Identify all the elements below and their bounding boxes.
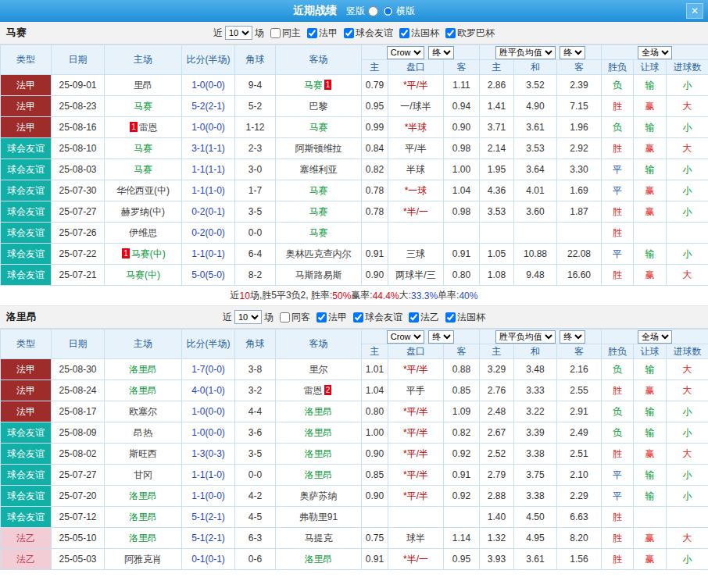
- filter-option[interactable]: 法国杯: [395, 27, 439, 40]
- filter-checkbox[interactable]: [316, 312, 327, 323]
- away-team-name: 奥林匹克查内尔: [286, 248, 352, 259]
- away-team-name: 马赛: [309, 185, 328, 196]
- score-cell[interactable]: 0-1(0-1): [182, 549, 235, 570]
- date-cell: 25-08-17: [52, 401, 105, 422]
- scope-select[interactable]: 全场: [638, 330, 672, 344]
- odds-final-select[interactable]: 终: [428, 330, 454, 344]
- score-cell[interactable]: 1-1(1-0): [182, 465, 235, 486]
- score-cell[interactable]: 1-3(0-3): [182, 444, 235, 465]
- filter-option[interactable]: 同客: [276, 311, 310, 324]
- filter-option-label: 同主: [282, 27, 301, 40]
- bookmaker-select[interactable]: Crow: [387, 46, 424, 59]
- avg-home-cell: 2.52: [480, 444, 514, 465]
- red-card-badge: 1: [324, 80, 332, 90]
- away-odds-cell: 0.82: [444, 422, 480, 444]
- filter-option[interactable]: 法甲: [303, 27, 338, 40]
- filter-checkbox[interactable]: [399, 28, 409, 38]
- filter-checkbox[interactable]: [353, 312, 363, 323]
- avg-draw-cell: 4.01: [514, 180, 557, 201]
- table-row: 法甲25-08-161雷恩1-0(0-0)1-12马赛0.99*半球0.903.…: [1, 117, 708, 138]
- score-cell[interactable]: 1-0(0-0): [182, 422, 235, 444]
- avg-select[interactable]: 胜平负均值: [495, 46, 556, 59]
- avg-draw-cell: 3.39: [514, 422, 557, 444]
- result-cell: 胜: [602, 380, 634, 401]
- filter-checkbox[interactable]: [409, 312, 419, 323]
- filter-checkbox[interactable]: [270, 28, 281, 38]
- date-cell: 25-07-27: [52, 465, 105, 486]
- avg-draw-cell: 3.22: [514, 401, 557, 422]
- league-type-cell: 球会友谊: [1, 244, 52, 265]
- score-cell[interactable]: 0-2(0-0): [182, 223, 235, 244]
- close-button[interactable]: ✕: [686, 3, 703, 19]
- avg-draw-cell: 3.64: [514, 159, 557, 180]
- horizontal-layout-radio[interactable]: [383, 6, 393, 16]
- avg-select[interactable]: 胜平负均值: [495, 330, 556, 344]
- odds-group-header: Crow 终: [362, 330, 480, 344]
- bookmaker-select[interactable]: Crow: [387, 330, 424, 344]
- filter-checkbox[interactable]: [344, 28, 354, 38]
- date-cell: 25-08-02: [52, 444, 105, 465]
- subcol-home-odds: 主: [362, 344, 388, 359]
- filter-option[interactable]: 球会友谊: [349, 311, 402, 324]
- score-cell[interactable]: 3-1(1-1): [182, 138, 235, 159]
- score-cell[interactable]: 5-1(2-1): [182, 507, 235, 528]
- filter-option[interactable]: 欧罗巴杯: [442, 27, 495, 40]
- handicap-cell: *平/半: [388, 465, 444, 486]
- score-cell[interactable]: 1-0(0-0): [182, 75, 235, 96]
- league-type-cell: 球会友谊: [1, 265, 52, 286]
- avg-draw-cell: 3.38: [514, 486, 557, 507]
- table-row: 球会友谊25-07-21马赛(中)5-0(5-0)8-2马斯路易斯0.90两球半…: [1, 265, 708, 286]
- score-cell[interactable]: 1-7(0-0): [182, 359, 235, 380]
- league-type-cell: 法甲: [1, 75, 52, 96]
- avg-home-cell: 1.40: [480, 507, 514, 528]
- filter-option[interactable]: 同主: [266, 27, 301, 40]
- corners-cell: 1-7: [235, 180, 276, 201]
- filter-checkbox[interactable]: [307, 28, 317, 38]
- filter-checkbox[interactable]: [445, 312, 456, 323]
- odds-final-select[interactable]: 终: [428, 46, 454, 59]
- filter-option-label: 法乙: [420, 311, 439, 324]
- score-cell[interactable]: 5-0(5-0): [182, 265, 235, 286]
- score-cell[interactable]: 5-2(2-1): [182, 96, 235, 117]
- filter-option[interactable]: 法国杯: [442, 311, 485, 324]
- home-team-cell: 昂热: [105, 422, 182, 444]
- score-cell[interactable]: 1-1(0-1): [182, 244, 235, 265]
- score-cell[interactable]: 0-2(0-1): [182, 201, 235, 223]
- home-odds-cell: [362, 507, 388, 528]
- home-team-name: 洛里昂: [129, 490, 157, 501]
- score-cell[interactable]: 1-0(0-0): [182, 117, 235, 138]
- vertical-layout-radio[interactable]: [368, 6, 378, 16]
- score-cell[interactable]: 1-1(1-0): [182, 180, 235, 201]
- match-count-select[interactable]: 10: [225, 26, 252, 40]
- league-type-cell: 法甲: [1, 359, 52, 380]
- score-cell[interactable]: 1-1(1-1): [182, 159, 235, 180]
- score-cell[interactable]: 4-0(1-0): [182, 380, 235, 401]
- avg-away-cell: 2.92: [557, 138, 602, 159]
- league-type-cell: 球会友谊: [1, 486, 52, 507]
- subcol-handicap: 盘口: [388, 344, 444, 359]
- stats-text: 50%: [332, 290, 351, 301]
- avg-final-select[interactable]: 终: [560, 46, 585, 59]
- handicap-cell: 两球半/三: [388, 265, 444, 286]
- date-cell: 25-08-03: [52, 159, 105, 180]
- filter-option[interactable]: 球会友谊: [340, 27, 393, 40]
- handicap-result-cell: 赢: [634, 138, 667, 159]
- handicap-cell: 平手: [388, 380, 444, 401]
- handicap-cell: [388, 507, 444, 528]
- red-card-badge: 2: [324, 385, 332, 395]
- horizontal-layout-label: 横版: [396, 5, 415, 18]
- filter-checkbox[interactable]: [445, 28, 456, 38]
- league-type-cell: 球会友谊: [1, 223, 52, 244]
- filter-option[interactable]: 法乙: [405, 311, 439, 324]
- home-team-name: 昂热: [134, 427, 152, 438]
- score-cell[interactable]: 1-0(0-0): [182, 401, 235, 422]
- league-type-cell: 球会友谊: [1, 465, 52, 486]
- score-cell[interactable]: 1-1(0-0): [182, 486, 235, 507]
- corners-cell: 3-6: [235, 422, 276, 444]
- avg-final-select[interactable]: 终: [560, 330, 585, 344]
- score-cell[interactable]: 5-1(2-1): [182, 528, 235, 549]
- scope-select[interactable]: 全场: [638, 46, 672, 59]
- filter-checkbox[interactable]: [280, 312, 290, 323]
- filter-option[interactable]: 法甲: [313, 311, 347, 324]
- match-count-select[interactable]: 10: [234, 310, 262, 324]
